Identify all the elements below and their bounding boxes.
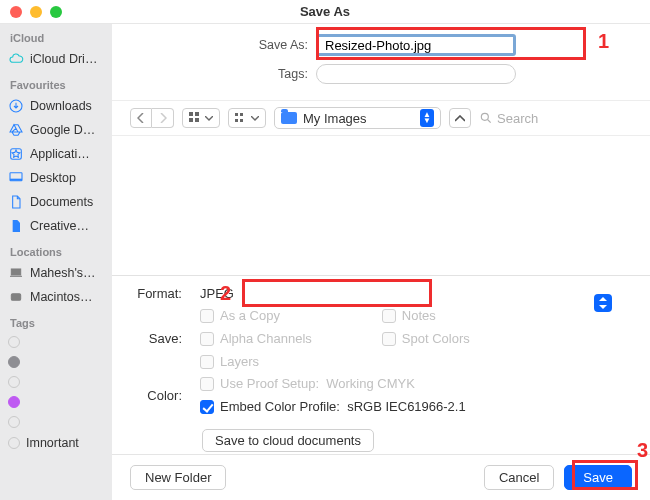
svg-rect-13 [240, 119, 243, 122]
spot-colors-checkbox: Spot Colors [382, 331, 470, 346]
search-field[interactable]: Search [479, 111, 632, 126]
group-button[interactable] [228, 108, 266, 128]
tag-dot-icon [8, 396, 20, 408]
sidebar: iCloud iCloud Dri… Favourites Downloads … [0, 24, 112, 500]
sidebar-item-tag[interactable] [0, 332, 112, 352]
file-list[interactable] [112, 136, 650, 275]
svg-rect-6 [189, 112, 193, 116]
sidebar-item-mahesh[interactable]: Mahesh's… [0, 261, 112, 285]
format-stepper[interactable] [594, 294, 612, 312]
applications-icon [8, 146, 24, 162]
embed-profile-checkbox[interactable]: Embed Color Profile: sRGB IEC61966-2.1 [200, 399, 466, 414]
svg-rect-9 [195, 118, 199, 122]
titlebar: Save As [0, 0, 650, 24]
proof-setup-checkbox: Use Proof Setup: Working CMYK [200, 376, 466, 391]
document-icon [8, 194, 24, 210]
finder-toolbar: My Images ▲▼ Search [112, 100, 650, 136]
annotation-number-1: 1 [598, 30, 609, 53]
download-icon [8, 98, 24, 114]
sidebar-item-downloads[interactable]: Downloads [0, 94, 112, 118]
svg-rect-8 [189, 118, 193, 122]
tag-dot-icon [8, 376, 20, 388]
sidebar-item-desktop[interactable]: Desktop [0, 166, 112, 190]
chevron-down-icon [205, 116, 213, 121]
chevron-right-icon [159, 113, 167, 123]
tag-dot-icon [8, 336, 20, 348]
sidebar-item-tag[interactable] [0, 392, 112, 412]
grid-icons-icon [189, 112, 201, 124]
sidebar-item-tag[interactable] [0, 352, 112, 372]
sidebar-section-tags: Tags [0, 309, 112, 332]
laptop-icon [8, 265, 24, 281]
annotation-number-3: 3 [637, 439, 648, 462]
svg-point-14 [481, 113, 488, 120]
save-label: Save: [130, 331, 190, 346]
tag-dot-icon [8, 416, 20, 428]
notes-checkbox: Notes [382, 308, 470, 323]
svg-rect-4 [11, 269, 20, 275]
save-as-label: Save As: [246, 38, 316, 52]
sidebar-item-tag[interactable] [0, 412, 112, 432]
sidebar-item-macintosh[interactable]: Macintos… [0, 285, 112, 309]
group-icon [235, 112, 247, 124]
sidebar-item-documents[interactable]: Documents [0, 190, 112, 214]
disk-icon [8, 289, 24, 305]
save-as-input[interactable] [316, 34, 516, 56]
chevron-left-icon [137, 113, 145, 123]
chevron-up-icon [455, 115, 465, 122]
content: Save As: Tags: 1 My Images ▲▼ [112, 24, 650, 500]
view-icons-button[interactable] [182, 108, 220, 128]
color-label: Color: [130, 388, 190, 403]
sidebar-item-google-drive[interactable]: Google D… [0, 118, 112, 142]
back-button[interactable] [130, 108, 152, 128]
sidebar-section-locations: Locations [0, 238, 112, 261]
save-to-cloud-button[interactable]: Save to cloud documents [202, 429, 374, 452]
as-copy-checkbox: As a Copy [200, 308, 312, 323]
tags-label: Tags: [246, 67, 316, 81]
cancel-button[interactable]: Cancel [484, 465, 554, 490]
layers-checkbox: Layers [200, 354, 312, 369]
annotation-number-2: 2 [220, 282, 231, 305]
folder-icon [281, 112, 297, 124]
window-title: Save As [0, 4, 650, 19]
annotation-box-3 [572, 460, 638, 490]
desktop-icon [8, 170, 24, 186]
format-label: Format: [130, 286, 190, 301]
svg-rect-5 [11, 294, 20, 301]
new-folder-button[interactable]: New Folder [130, 465, 226, 490]
svg-rect-3 [10, 179, 22, 181]
folder-popup[interactable]: My Images ▲▼ [274, 107, 441, 129]
search-icon [479, 111, 493, 125]
svg-rect-10 [235, 113, 238, 116]
folder-name: My Images [303, 111, 367, 126]
google-drive-icon [8, 122, 24, 138]
sidebar-section-icloud: iCloud [0, 24, 112, 47]
sidebar-section-favourites: Favourites [0, 71, 112, 94]
chevron-down-icon [251, 116, 259, 121]
sidebar-item-creative[interactable]: Creative… [0, 214, 112, 238]
forward-button[interactable] [152, 108, 174, 128]
footer: New Folder Cancel Save 3 [112, 454, 650, 500]
tag-dot-icon [8, 356, 20, 368]
svg-rect-7 [195, 112, 199, 116]
file-icon [8, 218, 24, 234]
sidebar-item-tag-important[interactable]: Imnortant [0, 432, 112, 454]
alpha-channels-checkbox: Alpha Channels [200, 331, 312, 346]
search-placeholder: Search [497, 111, 538, 126]
sidebar-item-tag[interactable] [0, 372, 112, 392]
sidebar-item-applications[interactable]: Applicati… [0, 142, 112, 166]
svg-rect-12 [235, 119, 238, 122]
tag-dot-icon [8, 437, 20, 449]
sidebar-item-icloud-drive[interactable]: iCloud Dri… [0, 47, 112, 71]
cloud-icon [8, 51, 24, 67]
stepper-icon: ▲▼ [420, 109, 434, 127]
svg-rect-11 [240, 113, 243, 116]
collapse-button[interactable] [449, 108, 471, 128]
tags-field[interactable] [316, 64, 516, 84]
